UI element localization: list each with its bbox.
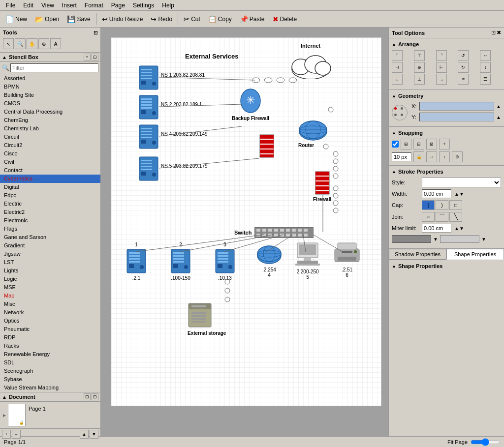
doc-down-btn[interactable]: ▼ xyxy=(90,430,98,439)
stroke-miter-stepper[interactable]: ▲▼ xyxy=(454,226,464,231)
menu-help[interactable]: Help xyxy=(158,1,178,10)
document-collapse-icon[interactable]: ▲ xyxy=(2,394,7,400)
stencil-item[interactable]: Pneumatic xyxy=(0,325,100,333)
shadow-properties-tab[interactable]: Shadow Properties xyxy=(389,249,446,260)
stencil-item[interactable]: Jigsaw xyxy=(0,250,100,258)
stencil-item-cybernetics[interactable]: Cybernetics xyxy=(0,175,100,183)
cap-btn-butt[interactable]: | xyxy=(422,200,435,210)
menu-format[interactable]: Format xyxy=(81,1,107,10)
stencil-collapse-icon[interactable]: ▲ xyxy=(2,55,7,60)
arrange-top-right[interactable]: ⌝ xyxy=(436,50,447,61)
stencil-item[interactable]: Value Stream Mapping xyxy=(0,384,100,392)
stencil-item[interactable]: Chemistry Lab xyxy=(0,124,100,133)
snapping-checkbox[interactable] xyxy=(392,141,399,148)
doc-add-btn[interactable]: + xyxy=(2,430,11,439)
stencil-item[interactable]: LST xyxy=(0,258,100,267)
stencil-item[interactable]: SDL xyxy=(0,358,100,367)
snapping-value-input[interactable] xyxy=(392,152,411,161)
redo-button[interactable]: ↪ Redo xyxy=(147,14,176,25)
stencil-item[interactable]: Lights xyxy=(0,267,100,275)
stroke-collapse-icon[interactable]: ▲ xyxy=(392,169,396,174)
geometry-x-input[interactable] xyxy=(419,102,494,111)
stencil-item[interactable]: Electric2 xyxy=(0,208,100,216)
menu-edit[interactable]: Edit xyxy=(19,1,37,10)
arrange-mid-right[interactable]: ⊢ xyxy=(436,62,447,73)
stencil-item[interactable]: Circuit2 xyxy=(0,141,100,149)
snap-btn2[interactable]: ⊟ xyxy=(413,139,424,149)
stencil-item[interactable]: Sybase xyxy=(0,375,100,384)
geometry-x-stepper-up[interactable]: ▲ xyxy=(496,104,501,109)
arrange-rotate-ccw[interactable]: ↺ xyxy=(458,50,469,61)
arrange-dist-v[interactable]: ☰ xyxy=(480,74,491,85)
join-btn-miter[interactable]: ⌐ xyxy=(422,212,435,222)
menu-page[interactable]: Page xyxy=(107,1,129,10)
menu-file[interactable]: File xyxy=(2,1,19,10)
stencil-item[interactable]: Scenegraph xyxy=(0,367,100,375)
stencil-item[interactable]: Logic xyxy=(0,275,100,283)
stencil-item[interactable]: Civil xyxy=(0,158,100,166)
stencil-item[interactable]: ChemEng xyxy=(0,116,100,124)
delete-button[interactable]: ✖ Delete xyxy=(269,14,301,25)
arrange-bot-right[interactable]: ⌟ xyxy=(436,74,447,85)
arrange-mid-left[interactable]: ⊣ xyxy=(392,62,403,73)
stroke-miter-input[interactable] xyxy=(422,224,451,233)
stroke-width-input[interactable] xyxy=(422,189,451,198)
stencil-item-map[interactable]: Map xyxy=(0,292,100,300)
stencil-item[interactable]: Gane and Sarson xyxy=(0,233,100,241)
stencil-add-btn[interactable]: + xyxy=(84,54,91,60)
stencil-item[interactable]: Gradient xyxy=(0,241,100,250)
stencil-item[interactable]: Renewable Energy xyxy=(0,350,100,358)
stencil-item[interactable]: CMOS xyxy=(0,99,100,108)
cap-btn-round[interactable]: ) xyxy=(436,200,448,210)
doc-up-btn[interactable]: ▲ xyxy=(80,430,89,439)
arrange-top-left[interactable]: ⌜ xyxy=(392,50,403,61)
stencil-item[interactable]: Electric xyxy=(0,200,100,208)
page-thumbnail[interactable]: 🔒 xyxy=(8,404,26,426)
snap-btn3[interactable]: ⊠ xyxy=(426,139,437,149)
cut-button[interactable]: ✂ Cut xyxy=(180,14,204,25)
tool-pan[interactable]: ✋ xyxy=(27,38,37,49)
stencil-item[interactable]: RDP xyxy=(0,333,100,342)
stencil-item[interactable]: Assorted xyxy=(0,74,100,83)
zoom-slider[interactable] xyxy=(471,438,500,446)
panel-close-icon[interactable]: ✖ xyxy=(497,30,501,36)
arrange-bot-left[interactable]: ⌞ xyxy=(392,74,403,85)
tools-collapse-icon[interactable]: ⊡ xyxy=(94,30,97,35)
canvas-area[interactable]: External Services Internet xyxy=(101,28,388,436)
tool-text[interactable]: A xyxy=(50,38,61,49)
menu-insert[interactable]: Insert xyxy=(58,1,81,10)
stencil-item[interactable]: Optics xyxy=(0,317,100,325)
cap-btn-square[interactable]: □ xyxy=(449,200,462,210)
copy-button[interactable]: 📋 Copy xyxy=(205,14,235,25)
undo-button[interactable]: ↩ Undo Resize xyxy=(98,14,147,25)
stencil-item[interactable]: MSE xyxy=(0,283,100,292)
snap-btn1[interactable]: ⊞ xyxy=(401,139,411,149)
shape-properties-tab[interactable]: Shape Properties xyxy=(446,249,504,260)
stencil-filter-input[interactable] xyxy=(10,63,98,72)
document-ctrl-btn1[interactable]: ⊡ xyxy=(84,393,91,400)
stencil-item[interactable]: Edpc xyxy=(0,191,100,200)
stencil-item[interactable]: BPMN xyxy=(0,83,100,91)
snapping-collapse-icon[interactable]: ▲ xyxy=(392,130,396,135)
menu-view[interactable]: View xyxy=(37,1,58,10)
stencil-item[interactable]: Contact xyxy=(0,166,100,175)
stencil-item[interactable]: Network xyxy=(0,308,100,317)
tool-zoom[interactable]: 🔍 xyxy=(15,38,26,49)
swatch-dropdown-icon[interactable]: ▼ xyxy=(433,237,438,242)
panel-float-icon[interactable]: ⊡ xyxy=(491,30,496,36)
stencil-item[interactable]: Misc xyxy=(0,300,100,308)
arrange-flip-v[interactable]: ↕ xyxy=(480,62,491,73)
geometry-y-input[interactable] xyxy=(419,113,494,121)
geometry-y-stepper-up[interactable]: ▲ xyxy=(496,115,501,120)
stencil-item[interactable]: Cisco xyxy=(0,149,100,158)
fill-color-swatch[interactable] xyxy=(440,235,479,243)
new-button[interactable]: 📄 New xyxy=(2,14,31,25)
geometry-collapse-icon[interactable]: ▲ xyxy=(392,93,396,98)
stencil-item[interactable]: Central Data Processing xyxy=(0,108,100,116)
paste-button[interactable]: 📌 Paste xyxy=(236,14,268,25)
join-btn-bevel[interactable]: ╲ xyxy=(449,212,462,222)
arrange-bot-center[interactable]: ⊥ xyxy=(414,74,425,85)
menu-settings[interactable]: Settings xyxy=(129,1,158,10)
doc-remove-btn[interactable]: − xyxy=(12,430,21,439)
fill-dropdown-icon[interactable]: ▼ xyxy=(481,237,486,242)
